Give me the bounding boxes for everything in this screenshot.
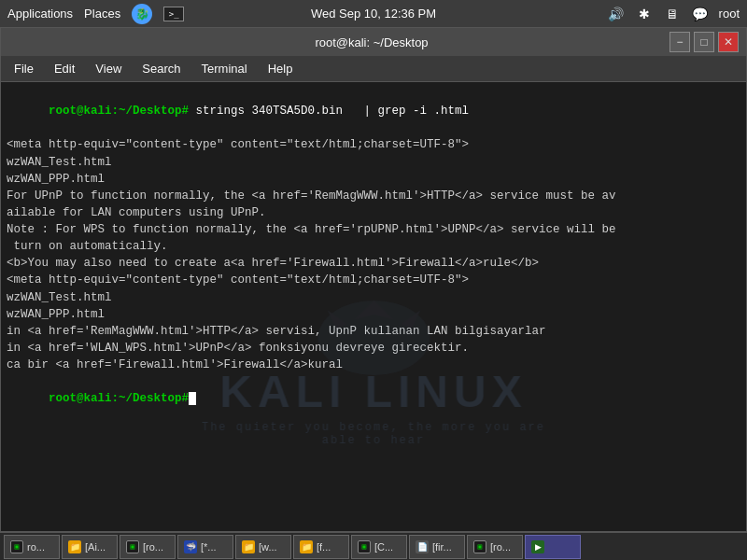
volume-icon[interactable]: 🔊 xyxy=(607,5,626,23)
taskbar-item-3[interactable]: ▣ [ro... xyxy=(120,535,176,559)
taskbar-item-5[interactable]: 📁 [w... xyxy=(235,535,291,559)
taskbar-label-4: [*... xyxy=(201,541,217,553)
taskbar-icon-5: 📁 xyxy=(242,540,255,553)
taskbar-icon-9: ▣ xyxy=(473,540,486,553)
minimize-button[interactable]: − xyxy=(669,32,690,52)
cmd-1: strings 340TSA5D0.bin | grep -i .html xyxy=(189,105,469,118)
top-bar-left: Applications Places 🐉 >_ xyxy=(7,4,184,24)
menu-help[interactable]: Help xyxy=(259,60,303,77)
bluetooth-icon[interactable]: ✱ xyxy=(635,5,654,23)
taskbar-item-1[interactable]: ▣ ro... xyxy=(4,535,60,559)
menu-view[interactable]: View xyxy=(86,60,131,77)
terminal-line-15: ca bir <a href='Firewall.html'>Firewall<… xyxy=(7,357,740,373)
terminal-line-10: <meta http-equiv="content-type" content=… xyxy=(7,272,740,288)
prompt-2: root@kali:~/Desktop# xyxy=(49,392,189,405)
menu-terminal[interactable]: Terminal xyxy=(192,60,257,77)
watermark-subtitle: The quieter you become, the more you are… xyxy=(188,421,560,447)
taskbar: ▣ ro... 📁 [Ai... ▣ [ro... 🦈 [*... 📁 [w..… xyxy=(0,532,747,560)
system-bar: Applications Places 🐉 >_ Wed Sep 10, 12:… xyxy=(0,0,747,27)
terminal-line-11: wzWAN_Test.html xyxy=(7,289,740,306)
applications-menu[interactable]: Applications xyxy=(7,7,73,21)
taskbar-item-7[interactable]: ▣ [C... xyxy=(351,535,407,559)
taskbar-label-7: [C... xyxy=(374,541,393,553)
window-controls: − □ ✕ xyxy=(669,32,739,52)
terminal-line-16: root@kali:~/Desktop# xyxy=(7,373,740,424)
terminal-line-4: wzWAN_PPP.html xyxy=(7,171,740,188)
taskbar-icon-8: 📄 xyxy=(416,540,429,553)
taskbar-item-10[interactable]: ▶ xyxy=(525,535,581,559)
chat-icon: 💬 xyxy=(691,5,710,23)
taskbar-icon-1: ▣ xyxy=(10,540,23,553)
taskbar-icon-3: ▣ xyxy=(126,540,139,553)
close-button[interactable]: ✕ xyxy=(718,32,739,52)
taskbar-label-3: [ro... xyxy=(143,541,163,553)
terminal-content[interactable]: root@kali:~/Desktop# strings 340TSA5D0.b… xyxy=(1,82,746,531)
menu-edit[interactable]: Edit xyxy=(45,60,84,77)
taskbar-label-6: [f... xyxy=(317,541,331,553)
prompt-1: root@kali:~/Desktop# xyxy=(49,105,189,118)
terminal-line-13: in <a href='RemMagWWW.html'>HTTP</a> ser… xyxy=(7,323,740,340)
user-label: root xyxy=(719,7,740,21)
terminal-line-9: <b>You may also need to create a<a href=… xyxy=(7,255,740,272)
taskbar-item-6[interactable]: 📁 [f... xyxy=(293,535,349,559)
taskbar-item-8[interactable]: 📄 [fir... xyxy=(409,535,465,559)
terminal-line-5: For UPnP to function normally, the <a hr… xyxy=(7,188,740,204)
terminal-line-2: <meta http-equiv="content-type" content=… xyxy=(7,136,740,153)
top-bar-right: 🔊 ✱ 🖥 💬 root xyxy=(607,5,740,23)
network-icon[interactable]: 🖥 xyxy=(663,5,682,23)
terminal-line-7: Note : For WPS to function normally, the… xyxy=(7,221,740,238)
menu-bar: File Edit View Search Terminal Help xyxy=(1,56,746,82)
taskbar-label-2: [Ai... xyxy=(85,541,106,553)
taskbar-label-5: [w... xyxy=(259,541,277,553)
taskbar-icon-2: 📁 xyxy=(68,540,81,553)
datetime-display: Wed Sep 10, 12:36 PM xyxy=(311,7,436,21)
taskbar-item-9[interactable]: ▣ [ro... xyxy=(467,535,523,559)
terminal-line-12: wzWAN_PPP.html xyxy=(7,306,740,323)
menu-search[interactable]: Search xyxy=(133,60,190,77)
taskbar-icon-4: 🦈 xyxy=(184,540,197,553)
terminal-line-3: wzWAN_Test.html xyxy=(7,154,740,171)
taskbar-label-9: [ro... xyxy=(490,541,511,553)
terminal-line-8: turn on automatically. xyxy=(7,238,740,255)
taskbar-icon-7: ▣ xyxy=(358,540,371,553)
terminal-launcher-icon[interactable]: >_ xyxy=(163,7,184,21)
taskbar-icon-10: ▶ xyxy=(531,540,544,553)
taskbar-item-4[interactable]: 🦈 [*... xyxy=(177,535,233,559)
kali-logo: 🐉 xyxy=(132,4,152,24)
maximize-button[interactable]: □ xyxy=(694,32,714,52)
terminal-line-6: ailable for LAN computers using UPnP. xyxy=(7,204,740,221)
cursor-block xyxy=(189,392,196,405)
terminal-line-1: root@kali:~/Desktop# strings 340TSA5D0.b… xyxy=(7,86,740,136)
terminal-line-14: in <a href='WLAN_WPS.html'>UPnP</a> fonk… xyxy=(7,340,740,357)
title-bar: root@kali: ~/Desktop − □ ✕ xyxy=(1,28,746,56)
taskbar-icon-6: 📁 xyxy=(300,540,313,553)
taskbar-item-2[interactable]: 📁 [Ai... xyxy=(62,535,118,559)
terminal-window: root@kali: ~/Desktop − □ ✕ File Edit Vie… xyxy=(0,27,747,532)
menu-file[interactable]: File xyxy=(5,60,43,77)
taskbar-label-8: [fir... xyxy=(432,541,452,553)
window-title: root@kali: ~/Desktop xyxy=(74,35,669,49)
taskbar-label-1: ro... xyxy=(27,541,45,553)
places-menu[interactable]: Places xyxy=(84,7,120,21)
